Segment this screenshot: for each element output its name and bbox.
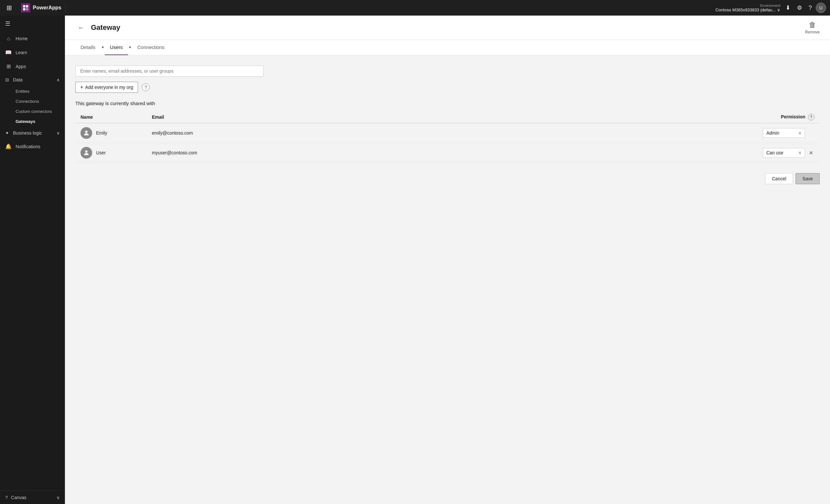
svg-rect-1 xyxy=(26,5,28,7)
help-button[interactable]: ? xyxy=(806,2,815,14)
col-permission-label: Permission xyxy=(781,114,805,120)
cancel-button[interactable]: Cancel xyxy=(765,173,793,184)
user-name-cell: User xyxy=(75,143,147,163)
remove-label: Remove xyxy=(805,30,820,34)
avatar-user xyxy=(81,147,92,159)
sidebar-sub-custom-connectors[interactable]: Custom connectors xyxy=(0,106,65,116)
sidebar-item-learn[interactable]: 📖 Learn xyxy=(0,45,65,59)
env-label: Environment xyxy=(760,4,780,7)
user-name-cell: Emily xyxy=(75,123,147,143)
svg-point-5 xyxy=(85,150,87,153)
col-permission: Permission ? xyxy=(457,111,820,123)
topbar-actions: ⬇ ⚙ ? U xyxy=(783,2,826,14)
users-tab-content: + Add everyone in my org ? This gateway … xyxy=(65,55,830,195)
sidebar-item-notifications[interactable]: 🔔 Notifications xyxy=(0,139,65,154)
sidebar-sub-entities[interactable]: Entities xyxy=(0,86,65,96)
user-permission-dropdown[interactable]: Can use ∨ xyxy=(763,148,805,158)
main-layout: ☰ ⌂ Home 📖 Learn ⊞ Apps ⊟ Data ∧ Entitie… xyxy=(0,15,830,504)
sidebar-item-apps-label: Apps xyxy=(15,64,26,69)
back-button[interactable]: ← xyxy=(75,23,87,33)
emily-name: Emily xyxy=(96,130,107,136)
user-email: myuser@contoso.com xyxy=(147,143,457,163)
env-name: Contoso M365x933833 (defau... ∨ xyxy=(715,7,780,12)
col-email: Email xyxy=(147,111,457,123)
user-remove-button[interactable]: ✕ xyxy=(808,148,815,157)
sidebar-sub-gateways[interactable]: Gateways xyxy=(0,116,65,127)
add-everyone-button[interactable]: + Add everyone in my org xyxy=(75,82,138,93)
user-permission-cell: Can use ∨ ✕ xyxy=(457,143,820,163)
add-help-button[interactable]: ? xyxy=(142,83,150,91)
svg-point-4 xyxy=(85,131,87,133)
permission-help-icon[interactable]: ? xyxy=(808,114,815,120)
topbar: ⊞ PowerApps Environment Contoso M365x933… xyxy=(0,0,830,15)
avatar[interactable]: U xyxy=(816,3,826,13)
sidebar: ☰ ⌂ Home 📖 Learn ⊞ Apps ⊟ Data ∧ Entitie… xyxy=(0,15,65,504)
powerapps-icon xyxy=(21,3,30,12)
data-icon: ⊟ xyxy=(5,77,9,82)
table-body: Emily emily@contoso.com Admin ∨ xyxy=(75,123,820,163)
svg-rect-3 xyxy=(26,8,28,10)
canvas-expand-icon: ∨ xyxy=(57,495,60,500)
sidebar-section-business-logic[interactable]: ✦ Business logic ∨ xyxy=(0,127,65,139)
avatar-emily xyxy=(81,127,92,139)
search-input[interactable] xyxy=(75,66,263,76)
tab-details[interactable]: Details xyxy=(75,40,101,55)
business-logic-expand-icon: ∨ xyxy=(57,130,60,136)
user-permission-value: Can use xyxy=(766,150,783,155)
users-table: Name Email Permission ? xyxy=(75,111,820,163)
page-title: Gateway xyxy=(91,23,121,32)
sidebar-section-data-label: Data xyxy=(13,77,23,82)
apps-icon: ⊞ xyxy=(5,63,12,69)
learn-icon: 📖 xyxy=(5,49,12,56)
tabs-container: Details Users Connections xyxy=(65,40,830,55)
svg-rect-0 xyxy=(23,5,25,7)
canvas-help-icon: ? xyxy=(5,495,8,500)
canvas-label: Canvas xyxy=(11,495,26,500)
sidebar-item-learn-label: Learn xyxy=(15,50,27,55)
data-expand-icon: ∧ xyxy=(57,77,60,82)
download-button[interactable]: ⬇ xyxy=(783,2,793,14)
user-name: User xyxy=(96,150,106,155)
remove-button[interactable]: 🗑 Remove xyxy=(805,21,820,34)
add-everyone-label: Add everyone in my org xyxy=(85,85,133,90)
environment-selector[interactable]: Environment Contoso M365x933833 (defau..… xyxy=(715,4,780,12)
sidebar-item-home-label: Home xyxy=(15,36,28,41)
env-chevron-icon: ∨ xyxy=(777,7,780,12)
sidebar-hamburger[interactable]: ☰ xyxy=(0,15,65,32)
tab-users[interactable]: Users xyxy=(105,40,128,55)
sidebar-bottom: ? Canvas ∨ xyxy=(0,491,65,504)
business-logic-icon: ✦ xyxy=(5,130,9,136)
tab-dot-2 xyxy=(129,46,131,48)
sidebar-sub-connections[interactable]: Connections xyxy=(0,96,65,106)
sidebar-section-data[interactable]: ⊟ Data ∧ xyxy=(0,73,65,86)
home-icon: ⌂ xyxy=(5,36,12,41)
shared-label: This gateway is currently shared with xyxy=(75,101,820,106)
search-wrap xyxy=(75,66,820,76)
emily-email: emily@contoso.com xyxy=(147,123,457,143)
tab-connections[interactable]: Connections xyxy=(132,40,169,55)
col-name: Name xyxy=(75,111,147,123)
add-row: + Add everyone in my org ? xyxy=(75,82,820,93)
settings-button[interactable]: ⚙ xyxy=(794,2,805,14)
table-row: Emily emily@contoso.com Admin ∨ xyxy=(75,123,820,143)
footer-buttons: Cancel Save xyxy=(75,173,820,184)
emily-perm-chevron-icon: ∨ xyxy=(799,131,801,135)
table-row: User myuser@contoso.com Can use ∨ xyxy=(75,143,820,163)
sidebar-canvas-item[interactable]: ? Canvas ∨ xyxy=(0,491,65,504)
app-name: PowerApps xyxy=(33,5,61,11)
content-area: ← Gateway 🗑 Remove Details Users Connect… xyxy=(65,15,830,504)
sidebar-item-home[interactable]: ⌂ Home xyxy=(0,32,65,45)
tab-area: Details Users Connections + Add everyone… xyxy=(65,40,830,504)
save-button[interactable]: Save xyxy=(796,173,820,184)
waffle-icon[interactable]: ⊞ xyxy=(4,1,14,14)
trash-icon: 🗑 xyxy=(809,21,816,29)
app-logo: PowerApps xyxy=(17,3,66,12)
page-header: ← Gateway 🗑 Remove xyxy=(65,15,830,40)
notifications-icon: 🔔 xyxy=(5,143,12,149)
emily-permission-cell: Admin ∨ ✕ xyxy=(457,123,820,143)
tab-dot-1 xyxy=(102,46,103,48)
emily-permission-value: Admin xyxy=(766,130,779,136)
emily-permission-dropdown[interactable]: Admin ∨ xyxy=(763,128,805,138)
sidebar-section-business-logic-label: Business logic xyxy=(13,130,42,136)
sidebar-item-apps[interactable]: ⊞ Apps xyxy=(0,59,65,73)
